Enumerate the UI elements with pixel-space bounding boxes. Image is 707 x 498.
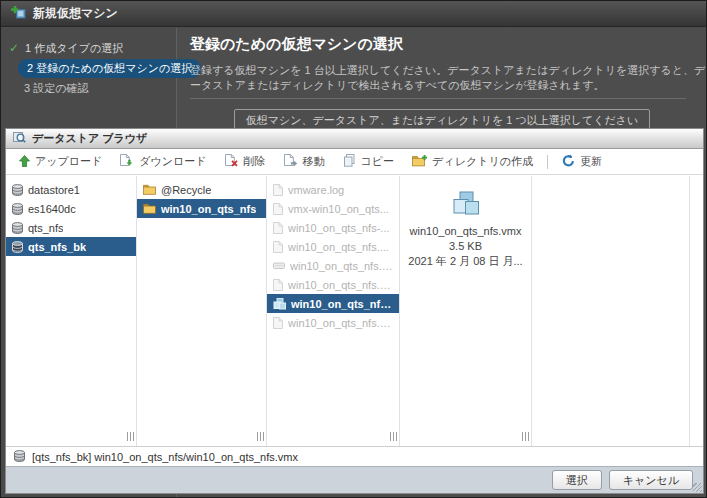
- file-detail-date: 2021 年 2 月 08 日 月...: [406, 254, 525, 269]
- file-icon: [273, 279, 283, 291]
- upload-button[interactable]: アップロード: [10, 149, 111, 174]
- browser-columns: datastore1 es1640dc qts_nfs qts_nfs_bk: [6, 176, 703, 446]
- delete-icon: [225, 154, 239, 169]
- folder-column: @Recycle win10_on_qts_nfs: [137, 176, 267, 446]
- selected-path-bar: [qts_nfs_bk] win10_on_qts_nfs/win10_on_q…: [6, 446, 703, 466]
- empty-column: [690, 176, 703, 446]
- datastore-item[interactable]: datastore1: [6, 180, 136, 199]
- wizard-content: 登録のための仮想マシンの選択 登録する仮想マシンを 1 台以上選択してください。…: [178, 28, 706, 128]
- step-number: 3: [24, 82, 30, 94]
- datastore-icon: [12, 184, 23, 196]
- step-select-vm-to-register[interactable]: 2 登録のための仮想マシンの選択: [1, 59, 176, 77]
- step-number: 1: [25, 42, 31, 54]
- download-button[interactable]: ダウンロード: [111, 149, 215, 174]
- file-item-selected[interactable]: win10_on_qts_nfs.v...: [267, 294, 399, 313]
- page-description: 登録する仮想マシンを 1 台以上選択してください。データストアまたはディレクトリ…: [190, 63, 706, 92]
- toolbar-separator: [547, 155, 548, 169]
- upload-icon: [19, 155, 30, 169]
- column-resize-handle[interactable]: [522, 432, 529, 441]
- step-label: 作成タイプの選択: [34, 42, 123, 54]
- file-icon: [273, 241, 283, 253]
- file-icon: [273, 317, 283, 329]
- select-button[interactable]: 選択: [552, 470, 602, 490]
- empty-column: [532, 176, 690, 446]
- file-item[interactable]: vmware.log: [267, 180, 399, 199]
- file-icon: [273, 222, 283, 234]
- cancel-button[interactable]: キャンセル: [609, 470, 693, 490]
- datastore-icon: [14, 450, 25, 464]
- vmx-file-icon: [273, 298, 286, 310]
- browser-footer: 選択 キャンセル: [6, 466, 703, 493]
- datastore-item[interactable]: qts_nfs: [6, 218, 136, 237]
- new-vm-wizard-dialog: 新規仮想マシン 1 作成タイプの選択 2 登録のための仮想マシンの選択 3 設定…: [0, 0, 707, 498]
- refresh-icon: [562, 154, 575, 169]
- file-item[interactable]: win10_on_qts_nfs.v...: [267, 313, 399, 332]
- step-select-creation-type[interactable]: 1 作成タイプの選択: [1, 39, 176, 57]
- selected-path-text: [qts_nfs_bk] win10_on_qts_nfs/win10_on_q…: [32, 451, 298, 463]
- create-directory-icon: [412, 155, 427, 169]
- folder-icon: [143, 203, 156, 214]
- file-item[interactable]: vmx-win10_on_qts...: [267, 199, 399, 218]
- file-detail-column: win10_on_qts_nfs.vmx 3.5 KB 2021 年 2 月 0…: [400, 176, 532, 446]
- column-resize-handle[interactable]: [257, 432, 264, 441]
- step-confirm-settings[interactable]: 3 設定の確認: [1, 79, 176, 97]
- browser-titlebar: データストア ブラウザ: [6, 129, 703, 149]
- file-column: vmware.log vmx-win10_on_qts... win10_on_…: [267, 176, 400, 446]
- file-icon: [273, 203, 283, 215]
- datastore-item[interactable]: es1640dc: [6, 199, 136, 218]
- file-item[interactable]: win10_on_qts_nfs....: [267, 237, 399, 256]
- browser-title: データストア ブラウザ: [32, 131, 147, 146]
- download-icon: [120, 154, 134, 169]
- column-resize-handle[interactable]: [127, 432, 134, 441]
- datastore-browser-icon: [13, 131, 26, 146]
- resize-grip[interactable]: [693, 483, 702, 492]
- vmdk-disk-icon: [273, 260, 285, 271]
- dialog-titlebar: 新規仮想マシン: [1, 1, 706, 27]
- file-item[interactable]: win10_on_qts_nfs-...: [267, 218, 399, 237]
- step-number: 2: [27, 62, 33, 74]
- check-icon: [9, 41, 19, 55]
- file-detail-size: 3.5 KB: [406, 239, 525, 254]
- file-icon: [273, 184, 283, 196]
- new-vm-icon: [11, 6, 26, 22]
- datastore-item-selected[interactable]: qts_nfs_bk: [6, 237, 136, 256]
- file-detail-panel: win10_on_qts_nfs.vmx 3.5 KB 2021 年 2 月 0…: [400, 180, 531, 269]
- file-item[interactable]: win10_on_qts_nfs.v...: [267, 275, 399, 294]
- delete-button[interactable]: 削除: [216, 149, 275, 174]
- move-button[interactable]: 移動: [275, 149, 334, 174]
- vmx-file-large-icon: [406, 191, 525, 221]
- separator: [190, 98, 686, 99]
- browser-toolbar: アップロード ダウンロード: [6, 149, 703, 175]
- datastore-icon: [12, 241, 23, 253]
- copy-icon: [343, 154, 356, 169]
- folder-item[interactable]: @Recycle: [137, 180, 266, 199]
- create-directory-button[interactable]: ディレクトリの作成: [403, 149, 542, 174]
- step-label: 設定の確認: [33, 82, 88, 94]
- refresh-button[interactable]: 更新: [553, 149, 611, 174]
- datastore-column: datastore1 es1640dc qts_nfs qts_nfs_bk: [6, 176, 137, 446]
- page-title: 登録のための仮想マシンの選択: [190, 35, 694, 54]
- move-icon: [284, 154, 298, 169]
- datastore-icon: [12, 203, 23, 215]
- dialog-title: 新規仮想マシン: [33, 5, 118, 22]
- step-label: 登録のための仮想マシンの選択: [36, 62, 192, 74]
- copy-button[interactable]: コピー: [334, 149, 404, 174]
- datastore-browser-dialog: データストア ブラウザ アップロード ダウンロード: [5, 128, 704, 494]
- file-item[interactable]: win10_on_qts_nfs.v...: [267, 256, 399, 275]
- datastore-icon: [12, 222, 23, 234]
- folder-item-selected[interactable]: win10_on_qts_nfs: [137, 199, 266, 218]
- column-resize-handle[interactable]: [390, 432, 397, 441]
- file-detail-name: win10_on_qts_nfs.vmx: [406, 224, 525, 239]
- folder-icon: [143, 184, 156, 195]
